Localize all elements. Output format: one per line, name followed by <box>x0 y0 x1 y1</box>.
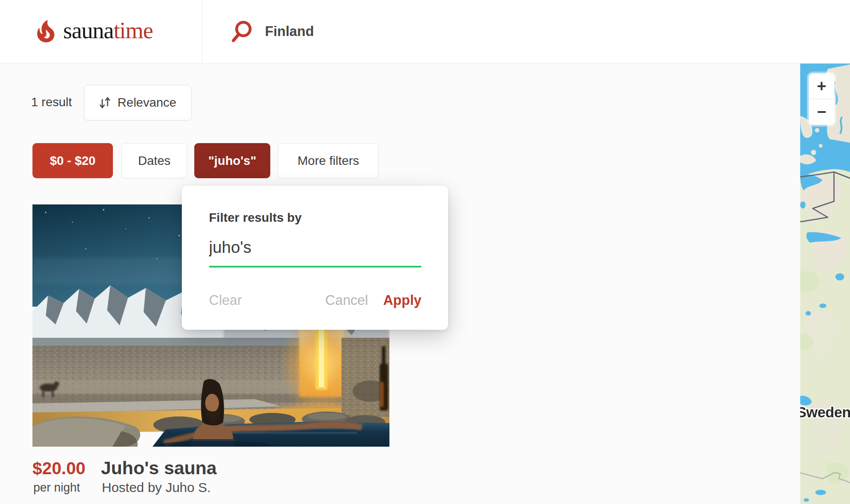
app-root: saunatime Finland 1 result Relevance $0 … <box>0 0 850 504</box>
filter-chip-more-filters[interactable]: More filters <box>278 143 379 178</box>
search-icon <box>231 20 254 43</box>
popover-title: Filter results by <box>209 211 302 225</box>
brand-primary: sauna <box>63 18 113 43</box>
search-bar[interactable]: Finland <box>231 0 314 63</box>
map[interactable]: Sweden + − <box>800 64 850 504</box>
map-art <box>800 64 850 504</box>
listing-host: Hosted by Juho S. <box>102 480 211 495</box>
filter-chip-dates[interactable]: Dates <box>121 143 187 178</box>
popover-actions: Clear Cancel Apply <box>209 292 421 310</box>
cancel-button[interactable]: Cancel <box>325 292 369 308</box>
input-underline <box>209 266 421 268</box>
map-zoom-control: + − <box>809 73 834 125</box>
zoom-out-button[interactable]: − <box>809 99 834 125</box>
sort-button[interactable]: Relevance <box>84 85 192 120</box>
filter-chip-keyword[interactable]: "juho's" <box>194 143 270 178</box>
listing-title[interactable]: Juho's sauna <box>101 458 217 479</box>
listing-summary: $20.00 per night Juho's sauna Hosted by … <box>32 459 344 499</box>
results-count: 1 result <box>31 95 72 109</box>
filter-popover: Filter results by Clear Cancel Apply <box>182 186 448 330</box>
clear-button[interactable]: Clear <box>209 292 242 308</box>
map-region-label: Sweden <box>800 404 850 421</box>
header: saunatime Finland <box>0 0 850 64</box>
zoom-in-button[interactable]: + <box>809 73 834 99</box>
listing-price-unit: per night <box>33 481 80 495</box>
sort-label: Relevance <box>117 96 176 110</box>
brand-accent: time <box>113 18 152 43</box>
filter-keyword-input[interactable] <box>209 236 421 260</box>
search-query[interactable]: Finland <box>265 24 314 40</box>
logo[interactable]: saunatime <box>0 0 202 63</box>
flame-icon <box>33 18 59 45</box>
listing-price: $20.00 <box>32 459 85 478</box>
apply-button[interactable]: Apply <box>383 292 421 308</box>
sort-icon <box>99 96 111 109</box>
brand-wordmark: saunatime <box>63 17 153 44</box>
filter-chip-price[interactable]: $0 - $20 <box>32 143 113 178</box>
